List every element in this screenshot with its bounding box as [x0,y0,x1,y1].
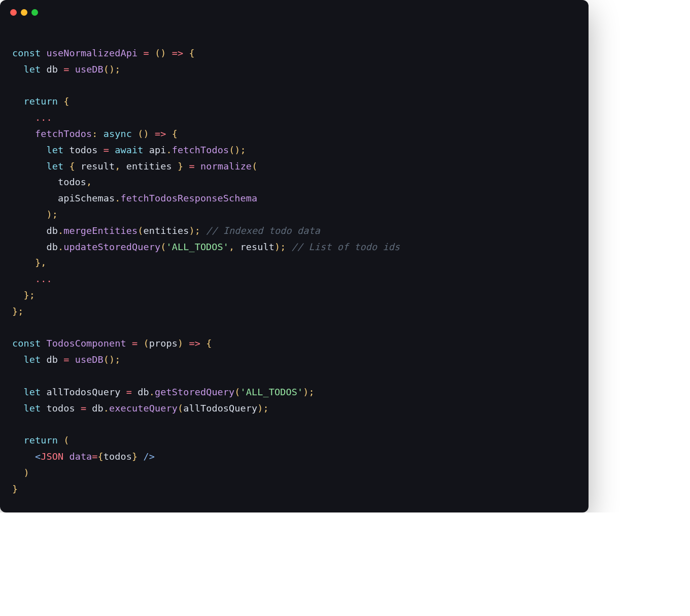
code-line: let { result, entities } = normalize( [12,158,576,175]
token-id: result [75,161,115,172]
code-line: let db = useDB(); [12,61,576,78]
token-op: => [155,128,166,139]
token-pn: ( [63,435,69,446]
token-pn: . [166,145,171,155]
token-id: db [132,387,149,397]
token-id [200,225,206,236]
token-kw: let [46,161,63,172]
token-id [286,242,291,252]
token-fn: getStoredQuery [155,387,234,397]
token-pn: { [69,161,75,172]
token-id [166,128,172,139]
token-id: entities [121,161,178,172]
token-id [12,403,23,414]
token-id [12,387,23,397]
token-id [98,128,104,139]
close-icon[interactable] [10,9,17,16]
token-pn: (); [229,145,246,155]
code-line: const useNormalizedApi = () => { [12,45,576,61]
code-line: ); [12,207,576,223]
token-pn: (); [104,354,121,365]
token-pn: } [12,484,18,494]
token-id [12,467,23,478]
token-pn: ) [178,338,183,349]
token-pn: (); [104,64,121,75]
token-op: = [132,338,137,349]
zoom-icon[interactable] [31,9,38,16]
token-id: todos [12,177,86,187]
token-pn: ( [137,225,143,236]
token-id [41,48,46,58]
token-str: 'ALL_TODOS' [240,387,303,397]
token-pn: { [189,48,194,58]
token-id: result [234,242,274,252]
token-pn: ); [46,209,57,220]
token-kw: let [46,145,63,155]
token-id [132,128,137,139]
token-pn: }; [23,290,34,300]
code-line: }, [12,255,576,271]
token-id [63,161,69,172]
token-kw: let [23,403,41,414]
token-fn: fetchTodos [172,145,229,155]
token-kw: const [12,48,41,58]
code-line: let allTodosQuery = db.getStoredQuery('A… [12,384,576,400]
token-pn: { [172,128,178,139]
token-pn: { [98,451,104,462]
code-line: let todos = await api.fetchTodos(); [12,142,576,158]
token-op: = [63,64,69,75]
token-pn: ); [189,225,200,236]
token-id [149,128,155,139]
token-fn: useDB [75,64,104,75]
token-cmt: // Indexed todo data [206,225,320,236]
token-op: ... [35,273,52,284]
token-op: = [81,403,86,414]
token-pn: ( [178,403,183,414]
token-pn: ( [252,161,257,172]
token-id [137,451,143,462]
token-id [12,161,46,172]
token-id [183,161,189,172]
token-pn: ); [257,403,268,414]
token-pn: { [206,338,212,349]
token-pn: }, [35,257,46,268]
code-line [12,417,576,433]
token-pn: ( [144,338,149,349]
code-line [12,77,576,93]
token-fn: fetchTodosResponseSchema [121,193,258,203]
token-id [12,451,35,462]
token-kw: let [23,354,41,365]
token-fn: fetchTodos [35,128,92,139]
token-id [183,48,189,58]
token-id: props [149,338,178,349]
token-pn: ( [234,387,240,397]
token-id [69,354,75,365]
token-id [12,128,35,139]
token-op: ... [35,112,52,123]
token-pn: }; [12,306,23,317]
token-id [195,161,200,172]
token-fn: TodosComponent [46,338,126,349]
token-kw: return [23,435,57,446]
token-pn: ); [274,242,286,252]
token-kw: return [23,96,57,107]
token-id [63,451,69,462]
token-pn: . [115,193,120,203]
token-fn: mergeEntities [63,225,137,236]
token-pn: } [178,161,183,172]
token-id [12,96,23,107]
token-id [137,48,143,58]
token-id [183,338,189,349]
code-block: const useNormalizedApi = () => { let db … [0,19,589,512]
token-id [12,145,46,155]
token-fn: useDB [75,354,104,365]
token-id [166,48,172,58]
token-pn: , [229,242,234,252]
window-titlebar [0,0,589,19]
token-cmt: // List of todo ids [292,242,400,252]
minimize-icon[interactable] [21,9,27,16]
token-pn: , [115,161,120,172]
token-pn: ); [303,387,314,397]
token-kw: await [115,145,143,155]
token-pn: , [86,177,92,187]
